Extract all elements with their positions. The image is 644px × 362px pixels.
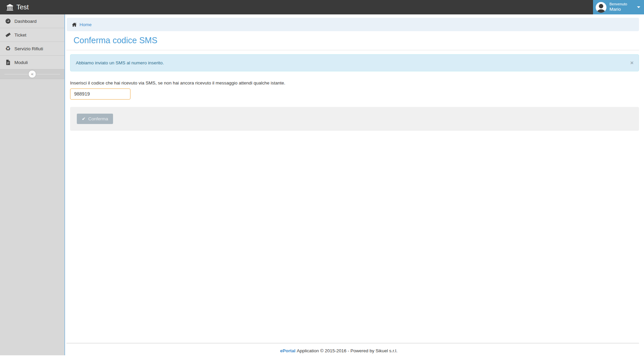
sidebar-item-label: Moduli <box>14 60 28 65</box>
user-welcome: Benvenuto Mario <box>609 2 627 12</box>
confirm-button-label: Conferma <box>88 116 108 121</box>
document-icon <box>5 59 11 66</box>
alert-message: Abbiamo inviato un SMS al numero inserit… <box>76 60 164 65</box>
sidebar-item-ticket[interactable]: Ticket <box>0 28 64 42</box>
footer-text: Application © 2015-2016 - Powered by Sik… <box>297 348 397 353</box>
main-content: Home Conferma codice SMS Abbiamo inviato… <box>64 14 644 355</box>
confirm-button[interactable]: ✔ Conferma <box>77 114 113 124</box>
home-icon <box>72 22 77 27</box>
app-brand: Test <box>0 0 36 14</box>
sms-code-input[interactable] <box>70 88 130 100</box>
footer-divider <box>66 343 639 344</box>
sidebar-item-label: Servizio Rifiuti <box>14 46 43 51</box>
breadcrumb-home-link[interactable]: Home <box>79 22 92 27</box>
check-icon: ✔ <box>82 117 86 121</box>
app-body: Dashboard Ticket ♻ Servizio Rifiuti <box>0 14 644 355</box>
user-menu[interactable]: Benvenuto Mario <box>593 0 644 14</box>
sidebar-item-dashboard[interactable]: Dashboard <box>0 14 64 28</box>
title-divider <box>66 50 639 50</box>
bank-icon <box>6 4 13 11</box>
breadcrumb: Home <box>67 18 639 31</box>
chevron-down-icon <box>637 6 640 8</box>
user-name: Mario <box>609 7 627 12</box>
close-icon[interactable]: × <box>630 60 634 66</box>
instruction-text: Inserisci il codice che hai ricevuto via… <box>70 80 639 85</box>
sidebar-item-servizio-rifiuti[interactable]: ♻ Servizio Rifiuti <box>0 42 64 56</box>
action-panel: ✔ Conferma <box>70 107 639 131</box>
person-avatar-icon <box>596 2 606 13</box>
user-greeting: Benvenuto <box>609 2 627 7</box>
sidebar-collapse-button[interactable]: « <box>28 70 36 78</box>
top-navbar: Test Benvenuto Mario <box>0 0 644 14</box>
sidebar-empty-area <box>0 79 64 355</box>
footer-brand-link[interactable]: ePortal <box>280 348 296 353</box>
sidebar: Dashboard Ticket ♻ Servizio Rifiuti <box>0 14 64 355</box>
app-title: Test <box>16 3 29 11</box>
sidebar-item-label: Dashboard <box>14 19 37 24</box>
sidebar-item-moduli[interactable]: Moduli <box>0 56 64 69</box>
dashboard-gauge-icon <box>5 18 11 24</box>
footer: ePortalApplication © 2015-2016 - Powered… <box>65 348 644 353</box>
sidebar-collapse-row: « <box>0 69 64 79</box>
ticket-icon <box>5 32 11 38</box>
page-title: Conferma codice SMS <box>73 36 639 45</box>
info-alert: Abbiamo inviato un SMS al numero inserit… <box>70 54 639 71</box>
recycle-icon: ♻ <box>5 46 11 52</box>
content-spacer <box>65 131 644 343</box>
sidebar-item-label: Ticket <box>14 33 26 38</box>
